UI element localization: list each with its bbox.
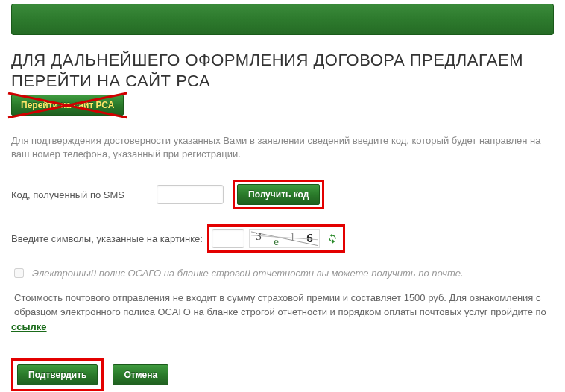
- postal-checkbox-label: Электронный полис ОСАГО на бланке строго…: [32, 268, 464, 279]
- goto-rsa-button[interactable]: Перейти на сайт РСА: [11, 95, 124, 116]
- postal-note: Стоимость почтового отправления не входи…: [11, 291, 554, 320]
- captcha-char: e: [274, 235, 279, 248]
- header-bar: [11, 4, 554, 35]
- captcha-label: Введите символы, указанные на картинке:: [11, 233, 203, 244]
- page-title: ДЛЯ ДАЛЬНЕЙШЕГО ОФОРМЛЕНИЯ ДОГОВОРА ПРЕД…: [11, 50, 554, 91]
- sms-row: Код, полученный по SMS Получить код: [11, 180, 554, 209]
- instructions-text: Для подтверждения достоверности указанны…: [11, 134, 554, 161]
- captcha-char: 3: [256, 230, 262, 243]
- get-code-highlight: Получить код: [233, 180, 324, 209]
- captcha-image: 3 e l 6: [249, 229, 320, 248]
- sms-code-input[interactable]: [157, 185, 224, 204]
- captcha-highlight: 3 e l 6: [207, 224, 345, 253]
- get-code-button[interactable]: Получить код: [237, 184, 320, 205]
- postal-checkbox-row: Электронный полис ОСАГО на бланке строго…: [11, 268, 554, 280]
- captcha-row: Введите символы, указанные на картинке: …: [11, 224, 554, 253]
- rsa-button-wrap: Перейти на сайт РСА: [11, 95, 124, 116]
- sms-label: Код, полученный по SMS: [11, 189, 157, 200]
- cancel-button[interactable]: Отмена: [113, 364, 168, 385]
- refresh-captcha-icon[interactable]: [324, 230, 341, 247]
- confirm-highlight: Подтвердить: [11, 358, 104, 391]
- sample-link[interactable]: ссылке: [11, 321, 47, 332]
- confirm-button[interactable]: Подтвердить: [17, 364, 98, 385]
- postal-note-text: Стоимость почтового отправления не входи…: [14, 292, 546, 317]
- action-buttons: Подтвердить Отмена: [11, 358, 554, 391]
- captcha-char: l: [291, 231, 294, 244]
- postal-checkbox[interactable]: [14, 268, 24, 278]
- captcha-input[interactable]: [212, 229, 244, 248]
